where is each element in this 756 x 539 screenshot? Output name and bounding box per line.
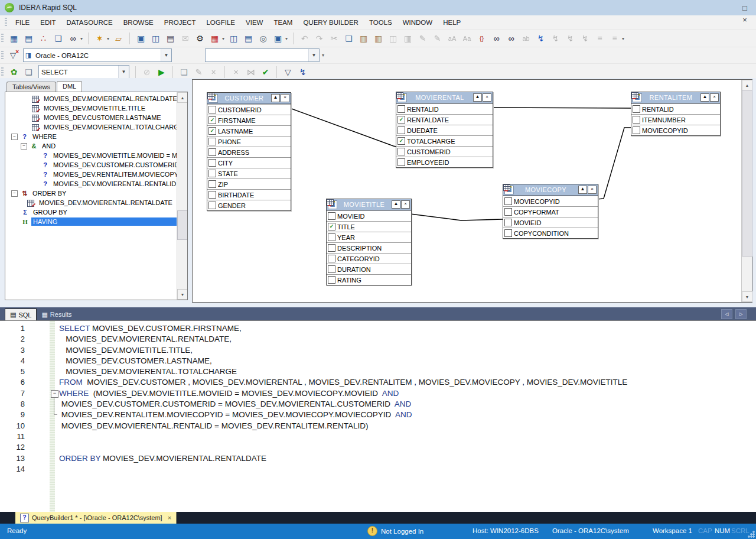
column-row-duration[interactable]: DURATION bbox=[327, 264, 411, 274]
copy-statement-icon[interactable]: ❏ bbox=[22, 66, 35, 79]
column-checkbox[interactable] bbox=[328, 244, 335, 252]
relationship-movietitle-moviecopy[interactable] bbox=[410, 214, 503, 220]
column-checkbox[interactable] bbox=[328, 276, 335, 284]
menu-datasource[interactable]: DATASOURCE bbox=[61, 17, 118, 28]
tree-item-movies-dev-movierental-rentaldate[interactable]: MOVIES_DEV.MOVIERENTAL.RENTALDATE bbox=[5, 198, 177, 207]
column-row-rentalid[interactable]: RENTALID bbox=[396, 103, 493, 114]
column-row-year[interactable]: YEAR bbox=[327, 232, 411, 242]
options-gear-icon[interactable]: ⚙ bbox=[193, 32, 207, 45]
tree-item-movies-dev-movietitle-movieid-m[interactable]: ?MOVIES_DEV.MOVIETITLE.MOVIEID = M bbox=[5, 151, 177, 160]
menu-query-builder[interactable]: QUERY BUILDER bbox=[298, 17, 364, 28]
column-row-gender[interactable]: GENDER bbox=[207, 200, 291, 210]
database-combo[interactable]: ▼ bbox=[205, 48, 320, 62]
canvas-scrollbar[interactable]: ▲ ▼ bbox=[741, 80, 752, 302]
column-checkbox[interactable]: ✓ bbox=[208, 127, 216, 135]
fold-collapse-box[interactable]: − bbox=[51, 390, 58, 398]
column-checkbox[interactable] bbox=[328, 212, 335, 220]
column-row-birthdate[interactable]: BIRTHDATE bbox=[207, 189, 291, 200]
scroll-down-arrow[interactable]: ▼ bbox=[742, 291, 752, 302]
tree-item-movies-dev-customer-customerid[interactable]: ?MOVIES_DEV.CUSTOMER.CUSTOMERID bbox=[5, 160, 177, 170]
table-rentalitem[interactable]: ▦RENTALITEM▲×RENTALIDITEMNUMBERMOVIECOPY… bbox=[631, 92, 721, 136]
scroll-thumb[interactable] bbox=[177, 210, 188, 240]
running-man-icon[interactable]: ↯ bbox=[296, 66, 309, 79]
layout-squares-icon[interactable]: ▦ bbox=[208, 32, 221, 45]
sql-code[interactable]: SELECT MOVIES_DEV.CUSTOMER.FIRSTNAME, MO… bbox=[59, 321, 756, 512]
tree-item-where[interactable]: −?WHERE bbox=[5, 132, 177, 141]
column-checkbox[interactable] bbox=[208, 191, 216, 199]
save-all-icon[interactable]: ◫ bbox=[149, 32, 162, 45]
tab-tables-views[interactable]: Tables/Views bbox=[6, 82, 56, 92]
toolbar-dropdown-caret[interactable]: ▾ bbox=[80, 36, 83, 41]
tree-scrollbar[interactable]: ▲ ▼ bbox=[177, 92, 187, 300]
column-checkbox[interactable] bbox=[504, 229, 512, 237]
browse-binoculars-icon[interactable]: ∞ bbox=[66, 32, 80, 45]
tree-item-movies-dev-movierental-totalcharge[interactable]: MOVIES_DEV.MOVIERENTAL.TOTALCHARGE bbox=[5, 122, 177, 132]
scroll-up-arrow[interactable]: ▲ bbox=[742, 80, 752, 90]
column-row-movieid[interactable]: MOVIEID bbox=[327, 210, 411, 221]
datasource-combo[interactable]: ◨ Oracle - ORA12C ▼ bbox=[23, 48, 172, 62]
new-file-icon[interactable]: ✶ bbox=[93, 32, 106, 45]
menu-logfile[interactable]: LOGFILE bbox=[201, 17, 240, 28]
menu-edit[interactable]: EDIT bbox=[35, 17, 61, 28]
column-row-rating[interactable]: RATING bbox=[327, 274, 411, 285]
tree-item-movies-dev-rentalitem-moviecopyii[interactable]: ?MOVIES_DEV.RENTALITEM.MOVIECOPYII bbox=[5, 170, 177, 179]
table-moviecopy[interactable]: ▦MOVIECOPY▲×MOVIECOPYIDCOPYFORMATMOVIEID… bbox=[503, 184, 598, 239]
tree-item-and[interactable]: −&AND bbox=[5, 141, 177, 151]
save-icon[interactable]: ▣ bbox=[134, 32, 148, 45]
sql-editor-icon[interactable]: ▦ bbox=[7, 32, 21, 45]
validate-check-icon[interactable]: ✔ bbox=[259, 66, 272, 79]
collapse-button[interactable]: ▲ bbox=[700, 93, 709, 102]
table-header-movierental[interactable]: ▦MOVIERENTAL▲× bbox=[396, 92, 493, 103]
tree-item-movies-dev-customer-lastname[interactable]: MOVIES_DEV.CUSTOMER.LASTNAME bbox=[5, 113, 177, 122]
scroll-down-arrow[interactable]: ▼ bbox=[177, 289, 188, 300]
chevron-down-icon[interactable]: ▼ bbox=[118, 66, 129, 78]
relationship-movierental-rentalitem[interactable] bbox=[492, 108, 631, 108]
menu-team[interactable]: TEAM bbox=[268, 17, 298, 28]
menu-view[interactable]: VIEW bbox=[240, 17, 268, 28]
column-checkbox[interactable] bbox=[328, 265, 335, 273]
table-movierental[interactable]: ▦MOVIERENTAL▲×RENTALID✓RENTALDATEDUEDATE… bbox=[396, 92, 493, 168]
scroll-up-arrow[interactable]: ▲ bbox=[177, 92, 188, 103]
close-button[interactable]: × bbox=[483, 93, 491, 102]
tab-scroll-left-button[interactable]: ◁ bbox=[721, 309, 732, 319]
column-checkbox[interactable] bbox=[328, 255, 335, 262]
column-row-address[interactable]: ADDRESS bbox=[207, 147, 291, 157]
column-checkbox[interactable] bbox=[504, 208, 512, 216]
close-button[interactable]: × bbox=[736, 14, 754, 25]
tree-item-group-by[interactable]: ΣGROUP BY bbox=[5, 207, 177, 217]
column-row-totalcharge[interactable]: ✓TOTALCHARGE bbox=[396, 135, 493, 146]
paste-icon[interactable]: ▥ bbox=[357, 32, 370, 45]
column-checkbox[interactable] bbox=[633, 105, 640, 113]
column-row-copycondition[interactable]: COPYCONDITION bbox=[503, 228, 598, 238]
sql-editor[interactable]: 1234567891011121314 SELECT MOVIES_DEV.CU… bbox=[0, 320, 756, 512]
scroll-thumb[interactable] bbox=[742, 90, 752, 256]
toolbar-overflow-caret[interactable]: ▾ bbox=[322, 53, 324, 58]
window-copy-icon[interactable]: ❏ bbox=[51, 32, 65, 45]
find-next-icon[interactable]: ∞ bbox=[504, 32, 518, 45]
new-statement-icon[interactable]: ❏ bbox=[177, 66, 191, 79]
tree-item-movies-dev-movierental-rentaldate[interactable]: MOVIES_DEV.MOVIERENTAL.RENTALDATE bbox=[5, 94, 177, 103]
column-checkbox[interactable] bbox=[208, 170, 216, 177]
collapse-button[interactable]: ▲ bbox=[392, 200, 400, 209]
menu-file[interactable]: FILE bbox=[10, 17, 35, 28]
column-checkbox[interactable] bbox=[208, 106, 216, 113]
column-row-customerid[interactable]: CUSTOMERID bbox=[207, 104, 291, 115]
print-icon[interactable]: ▤ bbox=[164, 32, 177, 45]
column-row-categoryid[interactable]: CATEGORYID bbox=[327, 253, 411, 264]
column-row-zip[interactable]: ZIP bbox=[207, 178, 291, 189]
tree-item-movies-dev-movierental-rentalid[interactable]: ?MOVIES_DEV.MOVIERENTAL.RENTALID = bbox=[5, 179, 177, 189]
menu-window[interactable]: WINDOW bbox=[397, 17, 438, 28]
close-icon[interactable]: × bbox=[168, 514, 171, 521]
column-row-itemnumber[interactable]: ITEMNUMBER bbox=[631, 114, 720, 125]
schema-hierarchy-icon[interactable]: ∴ bbox=[37, 32, 50, 45]
column-checkbox[interactable] bbox=[633, 126, 640, 134]
diagram-canvas[interactable]: ▦CUSTOMER▲×CUSTOMERID✓FIRSTNAME✓LASTNAME… bbox=[193, 80, 742, 302]
table-header-movietitle[interactable]: ▦MOVIETITLE▲× bbox=[327, 199, 411, 210]
table-movietitle[interactable]: ▦MOVIETITLE▲×MOVIEID✓TITLEYEARDESCRIPTIO… bbox=[326, 199, 412, 285]
column-row-title[interactable]: ✓TITLE bbox=[327, 221, 411, 232]
tree-expand-box[interactable]: − bbox=[11, 134, 18, 140]
close-button[interactable]: × bbox=[401, 200, 410, 209]
close-button[interactable]: × bbox=[710, 93, 719, 102]
statement-type-combo[interactable]: SELECT▼ bbox=[38, 65, 129, 79]
chevron-down-icon[interactable]: ▼ bbox=[161, 49, 171, 61]
